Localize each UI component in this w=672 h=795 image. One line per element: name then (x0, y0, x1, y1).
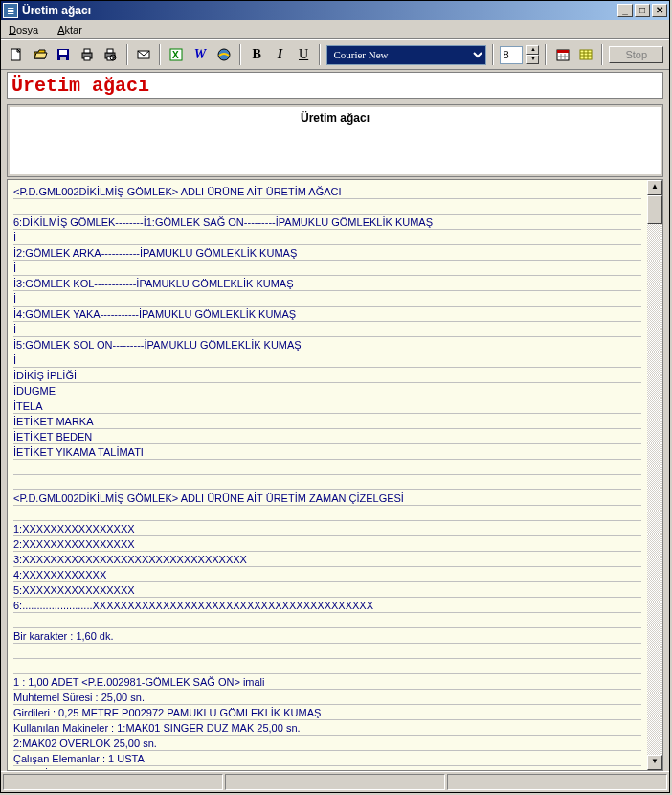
report-line: 2:XXXXXXXXXXXXXXXX (13, 536, 641, 552)
report-line: İ (13, 261, 641, 276)
report-line: Girdileri : 0,25 METRE P002972 PAMUKLU G… (13, 705, 641, 720)
report-line: 4:XXXXXXXXXXXX (13, 567, 641, 582)
report-line: 6:DİKİLMİŞ GÖMLEK--------İ1:GÖMLEK SAĞ O… (13, 215, 641, 230)
underline-icon[interactable]: U (294, 44, 314, 65)
svg-text:X: X (172, 50, 179, 60)
app-icon: ≣ (3, 3, 18, 18)
report-line: 5:XXXXXXXXXXXXXXXX (13, 582, 641, 598)
report-line: İDUGME (13, 383, 641, 398)
svg-rect-8 (107, 49, 113, 53)
font-select[interactable]: Courier New (326, 45, 486, 65)
report-line (13, 659, 641, 674)
report-line (13, 199, 641, 215)
menu-dosya[interactable]: Dosya (5, 22, 42, 37)
svg-rect-5 (84, 49, 90, 53)
maximize-button[interactable]: □ (635, 4, 650, 17)
report-line (13, 506, 641, 521)
font-size-input[interactable] (500, 46, 523, 64)
report-line (13, 644, 641, 659)
minimize-button[interactable]: _ (617, 4, 633, 17)
new-icon[interactable] (7, 44, 27, 65)
report-line: İ (13, 291, 641, 307)
section-header: Üretim ağacı (10, 107, 661, 174)
report-line: İDİKİŞ İPLİĞİ (13, 368, 641, 383)
close-button[interactable]: ✕ (652, 4, 667, 17)
mail-icon[interactable] (134, 44, 154, 65)
status-cell-2 (225, 774, 445, 790)
open-icon[interactable] (31, 44, 51, 65)
save-icon[interactable] (54, 44, 74, 65)
report-line: İ (13, 352, 641, 368)
toolbar: X W B I U Courier New ▲ ▼ Stop (1, 39, 669, 70)
svg-rect-3 (60, 57, 66, 60)
scroll-down-button[interactable]: ▼ (647, 755, 662, 770)
report-line: İETİKET YIKAMA TALİMATI (13, 444, 641, 460)
window-title: Üretim ağacı (22, 4, 617, 17)
size-up-button[interactable]: ▲ (526, 45, 539, 55)
scroll-up-button[interactable]: ▲ (647, 180, 662, 195)
report-line: Muhtemel Süresi : 25,00 sn. (13, 690, 641, 705)
vertical-scrollbar[interactable]: ▲ ▼ (647, 180, 662, 770)
report-line: 1 : 1,00 ADET <P.E.002981-GÖMLEK SAĞ ON>… (13, 674, 641, 690)
report-line: İETİKET MARKA (13, 414, 641, 429)
menubar: Dosya Aktar (1, 20, 669, 39)
report-line: 2:MAK02 OVERLOK 25,00 sn. (13, 736, 641, 751)
status-cell-3 (447, 774, 667, 790)
report-body: <P.D.GML002DİKİLMİŞ GÖMLEK> ADLI ÜRÜNE A… (8, 180, 647, 770)
report-line: <P.D.GML002DİKİLMİŞ GÖMLEK> ADLI ÜRÜNE A… (13, 490, 641, 506)
svg-rect-2 (59, 50, 67, 55)
scroll-thumb[interactable] (647, 195, 662, 224)
grid-icon[interactable] (576, 44, 596, 65)
report-title: Üretim ağacı (7, 72, 663, 99)
report-line: İTELA (13, 398, 641, 414)
report-line: İ4:GÖMLEK YAKA-----------İPAMUKLU GÖMLEK… (13, 307, 641, 322)
report-line: Bir karakter : 1,60 dk. (13, 628, 641, 644)
report-line: 1 MAKİNACI (13, 766, 641, 770)
report-line: İ3:GÖMLEK KOL------------İPAMUKLU GÖMLEK… (13, 276, 641, 291)
report-line: Kullanılan Makineler : 1:MAK01 SINGER DU… (13, 720, 641, 736)
svg-rect-6 (84, 57, 90, 60)
size-down-button[interactable]: ▼ (526, 55, 539, 64)
report-line (13, 613, 641, 628)
svg-rect-16 (557, 50, 569, 53)
section-header-wrap: Üretim ağacı (7, 104, 663, 177)
report-line: İ (13, 322, 641, 337)
stop-button[interactable]: Stop (609, 46, 663, 63)
report-line: İ (13, 230, 641, 245)
report-line: İETİKET BEDEN (13, 429, 641, 444)
print-preview-icon[interactable] (101, 44, 121, 65)
report-line: 3:XXXXXXXXXXXXXXXXXXXXXXXXXXXXXXXX (13, 552, 641, 567)
calendar-icon[interactable] (552, 44, 572, 65)
statusbar (1, 771, 669, 792)
menu-aktar[interactable]: Aktar (54, 22, 86, 37)
report-line (13, 475, 641, 490)
main-window: ≣ Üretim ağacı _ □ ✕ Dosya Aktar (0, 0, 670, 793)
excel-icon[interactable]: X (167, 44, 187, 65)
ie-icon[interactable] (213, 44, 234, 65)
report-line: <P.D.GML002DİKİLMİŞ GÖMLEK> ADLI ÜRÜNE A… (13, 184, 641, 199)
report-line: Çalışan Elemanlar : 1 USTA (13, 751, 641, 766)
scroll-track[interactable] (647, 224, 662, 755)
print-icon[interactable] (78, 44, 98, 65)
report-line (13, 460, 641, 475)
report-line: 6:........................XXXXXXXXXXXXXX… (13, 598, 641, 613)
content-area: <P.D.GML002DİKİLMİŞ GÖMLEK> ADLI ÜRÜNE A… (7, 179, 663, 771)
report-line: İ5:GÖMLEK SOL ON---------İPAMUKLU GÖMLEK… (13, 337, 641, 352)
status-cell-1 (3, 774, 223, 790)
report-line: 1:XXXXXXXXXXXXXXXX (13, 521, 641, 536)
italic-icon[interactable]: I (270, 44, 290, 65)
report-line: İ2:GÖMLEK ARKA-----------İPAMUKLU GÖMLEK… (13, 245, 641, 261)
bold-icon[interactable]: B (247, 44, 267, 65)
word-icon[interactable]: W (190, 44, 211, 65)
svg-rect-20 (580, 50, 592, 59)
titlebar: ≣ Üretim ağacı _ □ ✕ (1, 1, 669, 20)
